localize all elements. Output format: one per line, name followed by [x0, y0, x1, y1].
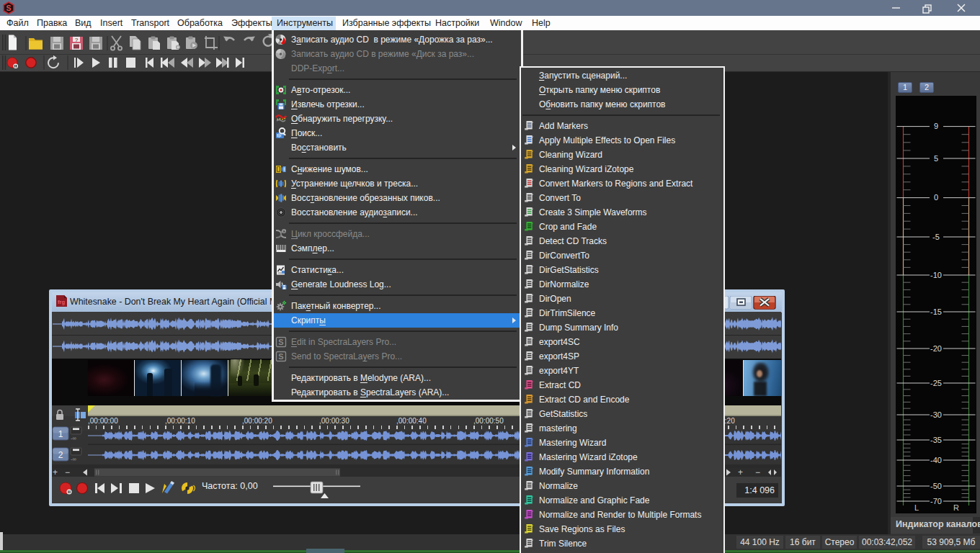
svg-text:S: S	[278, 338, 283, 346]
svg-text:frg: frg	[58, 299, 65, 305]
svg-text:S: S	[278, 352, 283, 361]
svg-text:?: ?	[75, 37, 79, 43]
svg-text:S: S	[6, 4, 11, 12]
